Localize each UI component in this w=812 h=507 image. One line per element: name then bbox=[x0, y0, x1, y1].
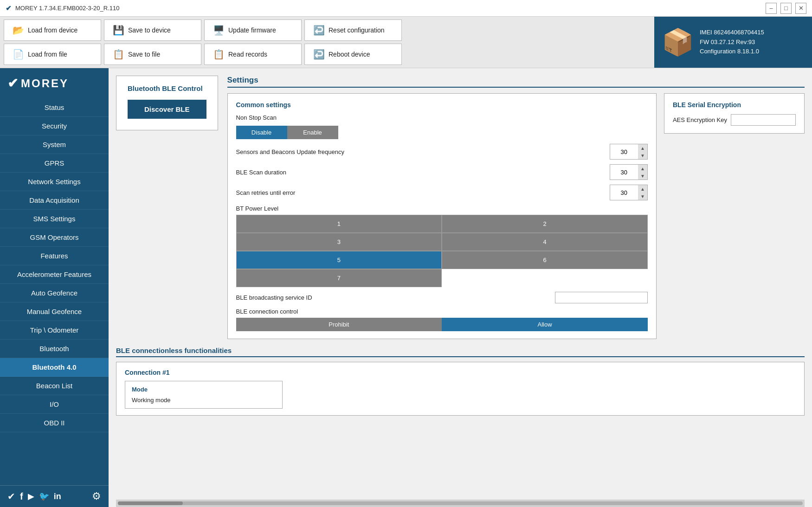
app-title: MOREY 1.7.34.E.FMB002-3-20_R.110 bbox=[15, 5, 120, 12]
read-records-icon: 📋 bbox=[213, 49, 225, 60]
sidebar-item-bluetooth-4[interactable]: Bluetooth 4.0 bbox=[0, 358, 109, 377]
ble-connection-toggle: Prohibit Allow bbox=[236, 318, 648, 331]
ble-control-title: Bluetooth BLE Control bbox=[128, 84, 206, 92]
read-records-button[interactable]: 📋 Read records bbox=[204, 44, 302, 65]
sidebar-item-bluetooth[interactable]: Bluetooth bbox=[0, 340, 109, 358]
gear-icon[interactable]: ⚙ bbox=[92, 490, 101, 502]
reboot-device-button[interactable]: ↩️ Reboot device bbox=[304, 44, 402, 65]
common-settings-title: Common settings bbox=[236, 101, 648, 109]
toolbar-left: 📂 Load from device 💾 Save to device 🖥️ U… bbox=[0, 17, 654, 68]
ble-connection-allow-btn[interactable]: Allow bbox=[442, 318, 648, 331]
bottom-scrollbar[interactable] bbox=[116, 500, 805, 507]
ble-broadcasting-input[interactable] bbox=[555, 292, 648, 303]
load-from-device-button[interactable]: 📂 Load from device bbox=[4, 19, 101, 41]
sidebar-nav: Status Security System GPRS Network Sett… bbox=[0, 98, 109, 485]
close-button[interactable]: ✕ bbox=[795, 3, 806, 14]
mode-title: Mode bbox=[132, 386, 276, 393]
update-firmware-label: Update firmware bbox=[228, 26, 276, 34]
ble-scan-duration-up[interactable]: ▲ bbox=[638, 165, 647, 172]
common-settings-box: Common settings Non Stop Scan Disable En… bbox=[227, 93, 657, 339]
sensors-freq-down[interactable]: ▼ bbox=[638, 152, 647, 159]
discover-ble-button[interactable]: Discover BLE bbox=[128, 100, 206, 119]
footer-youtube-icon[interactable]: ▶ bbox=[28, 491, 34, 501]
sidebar-item-data-acquisition[interactable]: Data Acquisition bbox=[0, 191, 109, 210]
ble-connectionless-title: BLE connectionless functionalities bbox=[116, 347, 805, 357]
power-btn-6[interactable]: 6 bbox=[442, 251, 648, 269]
power-btn-2[interactable]: 2 bbox=[442, 215, 648, 233]
sidebar-item-trip-odometer[interactable]: Trip \ Odometer bbox=[0, 321, 109, 340]
ble-control-box: Bluetooth BLE Control Discover BLE bbox=[116, 76, 218, 130]
power-btn-7[interactable]: 7 bbox=[236, 269, 442, 287]
ble-scan-duration-arrows: ▲ ▼ bbox=[638, 165, 647, 180]
device-fw: FW 03.27.12 Rev:93 bbox=[700, 38, 764, 47]
sidebar-item-features[interactable]: Features bbox=[0, 247, 109, 265]
bt-power-level-section: BT Power Level 1 2 3 4 5 6 7 bbox=[236, 205, 648, 287]
app-icon: ✔ bbox=[6, 4, 12, 13]
load-from-file-button[interactable]: 📄 Load from file bbox=[4, 44, 101, 65]
power-btn-1[interactable]: 1 bbox=[236, 215, 442, 233]
update-firmware-button[interactable]: 🖥️ Update firmware bbox=[204, 19, 302, 41]
ble-scan-duration-label: BLE Scan duration bbox=[236, 169, 286, 176]
save-to-file-label: Save to file bbox=[128, 51, 160, 58]
reboot-device-label: Reboot device bbox=[329, 51, 370, 58]
sidebar-item-auto-geofence[interactable]: Auto Geofence bbox=[0, 284, 109, 302]
sidebar-item-io[interactable]: I/O bbox=[0, 395, 109, 414]
main-area: ✔ MOREY Status Security System GPRS Netw… bbox=[0, 68, 812, 507]
footer-morey-icon[interactable]: ✔ bbox=[7, 491, 15, 502]
sidebar-item-network-settings[interactable]: Network Settings bbox=[0, 173, 109, 191]
sidebar-item-gsm-operators[interactable]: GSM Operators bbox=[0, 228, 109, 247]
device-info-text: IMEI 862464068704415 FW 03.27.12 Rev:93 … bbox=[700, 28, 764, 57]
top-content-row: Bluetooth BLE Control Discover BLE Setti… bbox=[109, 68, 812, 339]
ble-connection-prohibit-btn[interactable]: Prohibit bbox=[236, 318, 442, 331]
connection-1-box: Connection #1 Mode Working mode bbox=[116, 362, 805, 416]
ble-scan-duration-down[interactable]: ▼ bbox=[638, 172, 647, 180]
minimize-button[interactable]: – bbox=[766, 3, 777, 14]
maximize-button[interactable]: □ bbox=[780, 3, 792, 14]
sensors-freq-label: Sensors and Beacons Update frequency bbox=[236, 148, 344, 155]
sidebar-item-obd2[interactable]: OBD II bbox=[0, 414, 109, 432]
ble-scan-duration-spinbox: ▲ ▼ bbox=[610, 164, 648, 180]
sidebar-item-manual-geofence[interactable]: Manual Geofence bbox=[0, 302, 109, 321]
bottom-scrollbar-container bbox=[109, 500, 812, 507]
power-btn-5[interactable]: 5 bbox=[236, 251, 442, 269]
sidebar-item-security[interactable]: Security bbox=[0, 117, 109, 135]
content-area: Bluetooth BLE Control Discover BLE Setti… bbox=[109, 68, 812, 507]
title-bar: ✔ MOREY 1.7.34.E.FMB002-3-20_R.110 – □ ✕ bbox=[0, 0, 812, 17]
sidebar-item-accelerometer-features[interactable]: Accelerometer Features bbox=[0, 265, 109, 284]
scrollbar-thumb bbox=[118, 501, 183, 505]
non-stop-scan-enable-btn[interactable]: Enable bbox=[287, 126, 338, 139]
toolbar-row-2: 📄 Load from file 📋 Save to file 📋 Read r… bbox=[0, 44, 654, 68]
ble-scan-duration-input[interactable] bbox=[610, 167, 638, 178]
scan-retries-down[interactable]: ▼ bbox=[638, 193, 647, 200]
sensors-freq-row: Sensors and Beacons Update frequency ▲ ▼ bbox=[236, 144, 648, 160]
sensors-freq-input[interactable] bbox=[610, 147, 638, 157]
save-to-file-button[interactable]: 📋 Save to file bbox=[104, 44, 201, 65]
non-stop-scan-disable-btn[interactable]: Disable bbox=[236, 126, 287, 139]
settings-panel: Settings Common settings Non Stop Scan D… bbox=[227, 76, 805, 339]
save-file-icon: 📋 bbox=[113, 49, 124, 60]
sidebar-item-gprs[interactable]: GPRS bbox=[0, 154, 109, 173]
footer-facebook-icon[interactable]: f bbox=[20, 491, 23, 502]
sensors-freq-arrows: ▲ ▼ bbox=[638, 144, 647, 159]
non-stop-scan-label: Non Stop Scan bbox=[236, 114, 277, 121]
toolbar-row-1: 📂 Load from device 💾 Save to device 🖥️ U… bbox=[0, 17, 654, 44]
footer-twitter-icon[interactable]: 🐦 bbox=[39, 491, 49, 501]
power-btn-3[interactable]: 3 bbox=[236, 233, 442, 251]
save-to-device-button[interactable]: 💾 Save to device bbox=[104, 19, 201, 41]
scan-retries-input[interactable] bbox=[610, 187, 638, 198]
sensors-freq-up[interactable]: ▲ bbox=[638, 144, 647, 152]
update-firmware-icon: 🖥️ bbox=[213, 25, 225, 36]
footer-linkedin-icon[interactable]: in bbox=[54, 492, 61, 501]
scan-retries-up[interactable]: ▲ bbox=[638, 185, 647, 193]
sidebar-item-beacon-list[interactable]: Beacon List bbox=[0, 377, 109, 395]
aes-key-input[interactable] bbox=[731, 114, 796, 126]
sidebar-item-status[interactable]: Status bbox=[0, 98, 109, 117]
aes-label: AES Encryption Key bbox=[673, 116, 727, 123]
device-config: Configuration 8.18.1.0 bbox=[700, 47, 764, 57]
sidebar-item-system[interactable]: System bbox=[0, 135, 109, 154]
reset-configuration-button[interactable]: ↩️ Reset configuration bbox=[304, 19, 402, 41]
sidebar-logo: ✔ MOREY bbox=[0, 68, 109, 98]
working-mode-label: Working mode bbox=[132, 397, 276, 404]
power-btn-4[interactable]: 4 bbox=[442, 233, 648, 251]
sidebar-item-sms-settings[interactable]: SMS Settings bbox=[0, 210, 109, 228]
